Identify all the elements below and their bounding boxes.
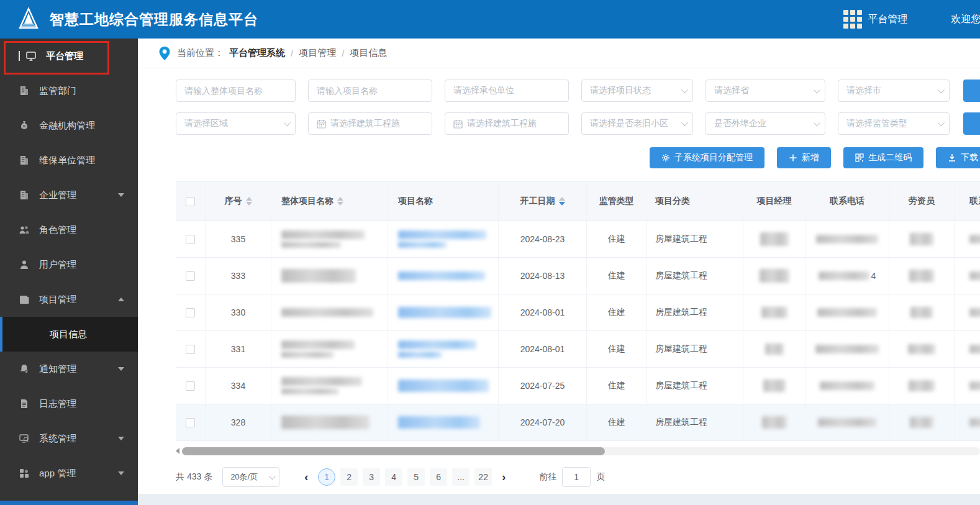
page-button-current[interactable]: 1 xyxy=(318,468,335,486)
sidebar-item-system-management[interactable]: 系统管理 xyxy=(0,421,138,456)
generate-qrcode-button[interactable]: 生成二维码 xyxy=(843,147,923,168)
bottom-strip xyxy=(138,494,980,505)
page-button[interactable]: 6 xyxy=(430,468,447,486)
table-horizontal-scrollbar[interactable] xyxy=(176,447,980,455)
app-window: 智慧工地综合管理服务信息平台 平台管理 欢迎您: 平台管理 xyxy=(0,0,980,505)
page-ellipsis[interactable]: ... xyxy=(452,468,470,486)
breadcrumb-project-management[interactable]: 项目管理 xyxy=(299,47,336,59)
sidebar-item-project-management[interactable]: 项目管理 xyxy=(0,282,138,317)
breadcrumb: 当前位置： 平台管理系统 / 项目管理 / 项目信息 xyxy=(138,39,980,68)
calendar-icon xyxy=(317,119,326,129)
cell-labor-redacted xyxy=(889,368,955,404)
sidebar-item-user-management[interactable]: 用户管理 xyxy=(0,247,138,282)
province-select[interactable]: 请选择省 xyxy=(706,80,825,102)
search-button-partial[interactable] xyxy=(963,80,980,102)
page-size-select[interactable]: 20条/页 xyxy=(222,467,279,487)
select-all-checkbox[interactable] xyxy=(186,197,195,206)
cell-category: 房屋建筑工程 xyxy=(647,404,743,440)
sidebar-item-enterprise-management[interactable]: 企业管理 xyxy=(0,178,138,212)
col-seq[interactable]: 序号 xyxy=(206,182,271,221)
cell-seq: 328 xyxy=(206,404,271,440)
prev-page-button[interactable]: ‹ xyxy=(297,471,315,484)
project-name-input[interactable] xyxy=(308,80,432,102)
platform-logo-icon xyxy=(16,7,41,32)
cell-labor-redacted xyxy=(889,258,955,294)
sort-icon[interactable] xyxy=(337,197,343,206)
region-select[interactable]: 请选择区域 xyxy=(176,112,296,135)
row-checkbox[interactable] xyxy=(186,308,195,317)
sort-icon-active-desc[interactable] xyxy=(559,197,565,206)
sidebar-item-platform-management[interactable]: 平台管理 xyxy=(0,39,138,73)
cell-phone2-redacted xyxy=(955,404,980,440)
col-overall-name[interactable]: 整体项目名称 xyxy=(271,182,388,221)
city-select[interactable]: 请选择市 xyxy=(838,80,950,102)
supervise-type-select[interactable]: 请选择监管类型 xyxy=(838,112,950,135)
scroll-left-arrow-icon[interactable] xyxy=(176,448,179,454)
cell-project-name-link-redacted[interactable] xyxy=(388,368,499,404)
cell-seq: 334 xyxy=(206,368,271,404)
sidebar-item-notification-management[interactable]: 通知管理 xyxy=(0,352,138,386)
cell-supervise-type: 住建 xyxy=(587,331,647,367)
table-actions: 子系统项目分配管理 新增 xyxy=(176,147,980,168)
cell-project-name-link-redacted[interactable] xyxy=(388,331,499,367)
sidebar-item-log-management[interactable]: 日志管理 xyxy=(0,386,138,421)
scrollbar-track[interactable] xyxy=(182,447,980,455)
contractor-select[interactable]: 请选择承包单位 xyxy=(445,80,569,102)
folder-icon xyxy=(19,294,30,305)
col-project-name: 项目名称 xyxy=(388,182,499,221)
sidebar-subitem-project-info[interactable]: 项目信息 xyxy=(0,317,138,352)
row-checkbox[interactable] xyxy=(186,271,195,281)
breadcrumb-root[interactable]: 平台管理系统 xyxy=(229,47,285,59)
cell-supervise-type: 住建 xyxy=(587,404,647,440)
cell-manager-redacted xyxy=(743,404,805,440)
add-button[interactable]: 新增 xyxy=(777,147,831,168)
overall-project-name-input[interactable] xyxy=(176,80,296,102)
sidebar-bottom-accent xyxy=(0,501,138,505)
cell-project-name-link-redacted[interactable] xyxy=(388,221,499,257)
construction-end-date-picker[interactable]: 请选择建筑工程施 xyxy=(445,112,569,135)
scrollbar-thumb[interactable] xyxy=(182,447,605,455)
col-start-date[interactable]: 开工日期 xyxy=(499,182,587,221)
sidebar-item-maintenance-units[interactable]: 维保单位管理 xyxy=(0,143,138,178)
col-supervise-type: 监管类型 xyxy=(587,182,647,221)
reset-button-partial[interactable] xyxy=(963,112,980,135)
pagination: 共 433 条 20条/页 ‹ 1 2 3 4 5 6 ... 22 › xyxy=(176,467,980,487)
cell-project-name-link-redacted[interactable] xyxy=(388,258,499,294)
sidebar-item-supervision-dept[interactable]: 监管部门 xyxy=(0,73,138,108)
row-checkbox[interactable] xyxy=(186,345,195,354)
chevron-down-icon xyxy=(118,193,124,197)
cell-phone-redacted xyxy=(805,331,889,367)
money-bag-icon xyxy=(19,120,30,131)
old-community-select[interactable]: 请选择是否老旧小区 xyxy=(581,112,693,135)
page-button[interactable]: 3 xyxy=(363,468,380,486)
non-local-enterprise-select[interactable]: 是否外埠企业 xyxy=(706,112,825,135)
apps-grid-icon[interactable] xyxy=(843,10,862,29)
document-icon xyxy=(19,398,30,409)
sidebar-subitem-label: 项目信息 xyxy=(50,329,87,340)
sort-icon[interactable] xyxy=(246,197,252,206)
cell-supervise-type: 住建 xyxy=(587,258,647,294)
col-phone-2: 联系电话 xyxy=(955,182,980,221)
project-status-select[interactable]: 请选择项目状态 xyxy=(581,80,693,102)
cell-project-name-link-redacted[interactable] xyxy=(388,294,499,330)
cell-project-name-link-redacted[interactable] xyxy=(388,404,499,440)
page-button-last[interactable]: 22 xyxy=(474,468,492,486)
next-page-button[interactable]: › xyxy=(494,471,513,484)
row-checkbox[interactable] xyxy=(186,381,195,391)
sidebar-item-app-management[interactable]: app 管理 xyxy=(0,456,138,491)
row-checkbox[interactable] xyxy=(186,418,195,427)
goto-page-input[interactable] xyxy=(562,467,591,487)
sidebar-item-financial-institutions[interactable]: 金融机构管理 xyxy=(0,108,138,143)
download-button[interactable]: 下载 xyxy=(936,147,980,168)
cell-manager-redacted xyxy=(743,368,805,404)
page-button[interactable]: 4 xyxy=(385,468,402,486)
breadcrumb-project-info[interactable]: 项目信息 xyxy=(350,47,387,59)
subsystem-assign-button[interactable]: 子系统项目分配管理 xyxy=(650,147,764,168)
chevron-down-icon xyxy=(938,119,945,126)
page-button[interactable]: 5 xyxy=(407,468,425,486)
sidebar-item-role-management[interactable]: 角色管理 xyxy=(0,212,138,247)
construction-start-date-picker[interactable]: 请选择建筑工程施 xyxy=(308,112,432,135)
row-checkbox[interactable] xyxy=(186,235,195,244)
page-button[interactable]: 2 xyxy=(340,468,358,486)
header-platform-nav[interactable]: 平台管理 xyxy=(868,13,908,26)
